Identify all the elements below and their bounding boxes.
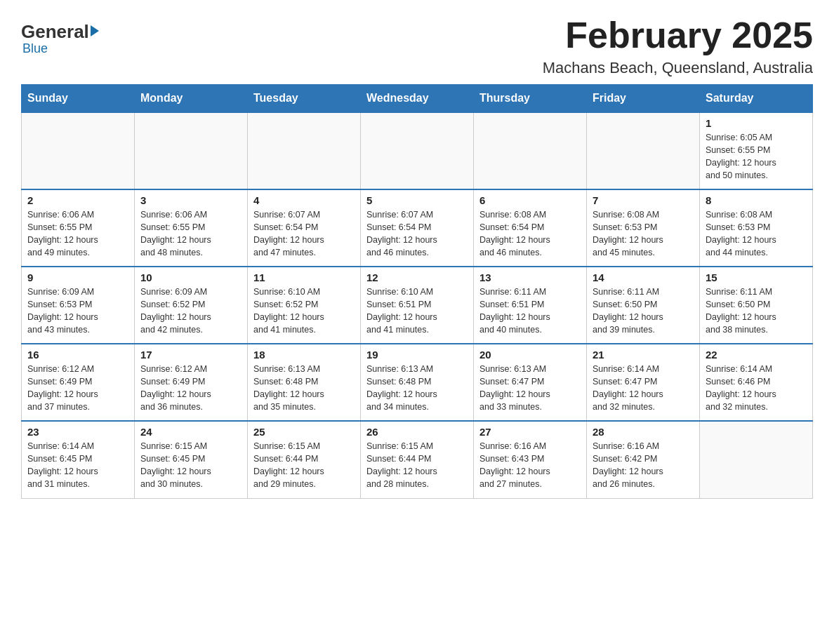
day-number: 14 bbox=[593, 271, 694, 283]
calendar-title: February 2025 bbox=[543, 14, 813, 56]
calendar-cell bbox=[474, 112, 587, 189]
day-number: 4 bbox=[253, 194, 355, 206]
calendar-cell: 19Sunrise: 6:13 AM Sunset: 6:48 PM Dayli… bbox=[361, 344, 474, 421]
calendar-cell: 18Sunrise: 6:13 AM Sunset: 6:48 PM Dayli… bbox=[248, 344, 361, 421]
calendar-table: SundayMondayTuesdayWednesdayThursdayFrid… bbox=[21, 84, 813, 499]
day-number: 20 bbox=[479, 349, 581, 361]
day-number: 17 bbox=[140, 349, 241, 361]
calendar-cell: 3Sunrise: 6:06 AM Sunset: 6:55 PM Daylig… bbox=[135, 189, 248, 267]
day-number: 25 bbox=[253, 426, 355, 438]
day-info: Sunrise: 6:08 AM Sunset: 6:53 PM Dayligh… bbox=[706, 208, 807, 260]
day-number: 5 bbox=[366, 194, 468, 206]
day-number: 28 bbox=[593, 426, 694, 438]
day-info: Sunrise: 6:14 AM Sunset: 6:47 PM Dayligh… bbox=[593, 363, 694, 414]
day-number: 8 bbox=[706, 194, 807, 206]
logo-general-text: General bbox=[21, 21, 89, 43]
calendar-cell: 9Sunrise: 6:09 AM Sunset: 6:53 PM Daylig… bbox=[22, 267, 135, 344]
day-of-week-header: Tuesday bbox=[248, 85, 361, 113]
calendar-week-row: 9Sunrise: 6:09 AM Sunset: 6:53 PM Daylig… bbox=[22, 267, 813, 344]
calendar-cell: 15Sunrise: 6:11 AM Sunset: 6:50 PM Dayli… bbox=[700, 267, 813, 344]
day-info: Sunrise: 6:12 AM Sunset: 6:49 PM Dayligh… bbox=[27, 363, 128, 414]
calendar-cell: 17Sunrise: 6:12 AM Sunset: 6:49 PM Dayli… bbox=[135, 344, 248, 421]
day-info: Sunrise: 6:16 AM Sunset: 6:43 PM Dayligh… bbox=[479, 440, 581, 491]
day-of-week-header: Saturday bbox=[700, 85, 813, 113]
calendar-cell bbox=[22, 112, 135, 189]
logo: General Blue bbox=[21, 14, 99, 56]
calendar-week-row: 2Sunrise: 6:06 AM Sunset: 6:55 PM Daylig… bbox=[22, 189, 813, 267]
day-number: 9 bbox=[27, 271, 128, 283]
logo-arrow-icon bbox=[91, 25, 99, 36]
day-info: Sunrise: 6:16 AM Sunset: 6:42 PM Dayligh… bbox=[593, 440, 694, 491]
calendar-cell: 7Sunrise: 6:08 AM Sunset: 6:53 PM Daylig… bbox=[587, 189, 700, 267]
day-info: Sunrise: 6:14 AM Sunset: 6:46 PM Dayligh… bbox=[706, 363, 807, 414]
day-of-week-header: Thursday bbox=[474, 85, 587, 113]
calendar-cell: 25Sunrise: 6:15 AM Sunset: 6:44 PM Dayli… bbox=[248, 421, 361, 498]
day-number: 23 bbox=[27, 426, 128, 438]
calendar-cell: 22Sunrise: 6:14 AM Sunset: 6:46 PM Dayli… bbox=[700, 344, 813, 421]
logo-blue-text: Blue bbox=[22, 41, 48, 56]
calendar-cell: 6Sunrise: 6:08 AM Sunset: 6:54 PM Daylig… bbox=[474, 189, 587, 267]
day-info: Sunrise: 6:09 AM Sunset: 6:52 PM Dayligh… bbox=[140, 286, 241, 337]
page-header: General Blue February 2025 Machans Beach… bbox=[21, 14, 813, 77]
day-info: Sunrise: 6:09 AM Sunset: 6:53 PM Dayligh… bbox=[27, 286, 128, 337]
calendar-cell: 23Sunrise: 6:14 AM Sunset: 6:45 PM Dayli… bbox=[22, 421, 135, 498]
day-info: Sunrise: 6:11 AM Sunset: 6:50 PM Dayligh… bbox=[593, 286, 694, 337]
day-number: 7 bbox=[593, 194, 694, 206]
day-info: Sunrise: 6:14 AM Sunset: 6:45 PM Dayligh… bbox=[27, 440, 128, 491]
day-info: Sunrise: 6:07 AM Sunset: 6:54 PM Dayligh… bbox=[366, 208, 468, 260]
calendar-week-row: 23Sunrise: 6:14 AM Sunset: 6:45 PM Dayli… bbox=[22, 421, 813, 498]
day-number: 26 bbox=[366, 426, 468, 438]
day-info: Sunrise: 6:08 AM Sunset: 6:54 PM Dayligh… bbox=[479, 208, 581, 260]
location-subtitle: Machans Beach, Queensland, Australia bbox=[543, 59, 813, 77]
day-of-week-header: Friday bbox=[587, 85, 700, 113]
calendar-cell: 1Sunrise: 6:05 AM Sunset: 6:55 PM Daylig… bbox=[700, 112, 813, 189]
day-info: Sunrise: 6:11 AM Sunset: 6:50 PM Dayligh… bbox=[706, 286, 807, 337]
calendar-cell: 10Sunrise: 6:09 AM Sunset: 6:52 PM Dayli… bbox=[135, 267, 248, 344]
day-number: 15 bbox=[706, 271, 807, 283]
calendar-cell: 20Sunrise: 6:13 AM Sunset: 6:47 PM Dayli… bbox=[474, 344, 587, 421]
day-info: Sunrise: 6:12 AM Sunset: 6:49 PM Dayligh… bbox=[140, 363, 241, 414]
day-info: Sunrise: 6:13 AM Sunset: 6:48 PM Dayligh… bbox=[253, 363, 355, 414]
calendar-cell: 28Sunrise: 6:16 AM Sunset: 6:42 PM Dayli… bbox=[587, 421, 700, 498]
day-number: 19 bbox=[366, 349, 468, 361]
calendar-cell: 21Sunrise: 6:14 AM Sunset: 6:47 PM Dayli… bbox=[587, 344, 700, 421]
day-number: 18 bbox=[253, 349, 355, 361]
day-number: 27 bbox=[479, 426, 581, 438]
calendar-cell: 2Sunrise: 6:06 AM Sunset: 6:55 PM Daylig… bbox=[22, 189, 135, 267]
day-number: 24 bbox=[140, 426, 241, 438]
day-of-week-header: Wednesday bbox=[361, 85, 474, 113]
day-info: Sunrise: 6:10 AM Sunset: 6:51 PM Dayligh… bbox=[366, 286, 468, 337]
calendar-cell bbox=[361, 112, 474, 189]
day-number: 12 bbox=[366, 271, 468, 283]
calendar-cell: 12Sunrise: 6:10 AM Sunset: 6:51 PM Dayli… bbox=[361, 267, 474, 344]
day-number: 21 bbox=[593, 349, 694, 361]
day-number: 16 bbox=[27, 349, 128, 361]
calendar-cell: 14Sunrise: 6:11 AM Sunset: 6:50 PM Dayli… bbox=[587, 267, 700, 344]
calendar-header-row: SundayMondayTuesdayWednesdayThursdayFrid… bbox=[22, 85, 813, 113]
calendar-week-row: 16Sunrise: 6:12 AM Sunset: 6:49 PM Dayli… bbox=[22, 344, 813, 421]
day-info: Sunrise: 6:11 AM Sunset: 6:51 PM Dayligh… bbox=[479, 286, 581, 337]
day-of-week-header: Sunday bbox=[22, 85, 135, 113]
calendar-cell bbox=[700, 421, 813, 498]
day-number: 3 bbox=[140, 194, 241, 206]
calendar-cell: 5Sunrise: 6:07 AM Sunset: 6:54 PM Daylig… bbox=[361, 189, 474, 267]
day-info: Sunrise: 6:05 AM Sunset: 6:55 PM Dayligh… bbox=[706, 131, 807, 182]
day-number: 11 bbox=[253, 271, 355, 283]
calendar-cell: 13Sunrise: 6:11 AM Sunset: 6:51 PM Dayli… bbox=[474, 267, 587, 344]
calendar-cell bbox=[587, 112, 700, 189]
calendar-cell bbox=[135, 112, 248, 189]
calendar-cell: 16Sunrise: 6:12 AM Sunset: 6:49 PM Dayli… bbox=[22, 344, 135, 421]
calendar-cell: 26Sunrise: 6:15 AM Sunset: 6:44 PM Dayli… bbox=[361, 421, 474, 498]
day-info: Sunrise: 6:15 AM Sunset: 6:44 PM Dayligh… bbox=[366, 440, 468, 491]
day-number: 6 bbox=[479, 194, 581, 206]
day-info: Sunrise: 6:10 AM Sunset: 6:52 PM Dayligh… bbox=[253, 286, 355, 337]
day-info: Sunrise: 6:06 AM Sunset: 6:55 PM Dayligh… bbox=[27, 208, 128, 260]
calendar-cell: 8Sunrise: 6:08 AM Sunset: 6:53 PM Daylig… bbox=[700, 189, 813, 267]
day-number: 1 bbox=[706, 117, 807, 129]
day-info: Sunrise: 6:06 AM Sunset: 6:55 PM Dayligh… bbox=[140, 208, 241, 260]
day-info: Sunrise: 6:15 AM Sunset: 6:44 PM Dayligh… bbox=[253, 440, 355, 491]
calendar-cell: 11Sunrise: 6:10 AM Sunset: 6:52 PM Dayli… bbox=[248, 267, 361, 344]
calendar-cell: 27Sunrise: 6:16 AM Sunset: 6:43 PM Dayli… bbox=[474, 421, 587, 498]
day-info: Sunrise: 6:07 AM Sunset: 6:54 PM Dayligh… bbox=[253, 208, 355, 260]
day-number: 22 bbox=[706, 349, 807, 361]
